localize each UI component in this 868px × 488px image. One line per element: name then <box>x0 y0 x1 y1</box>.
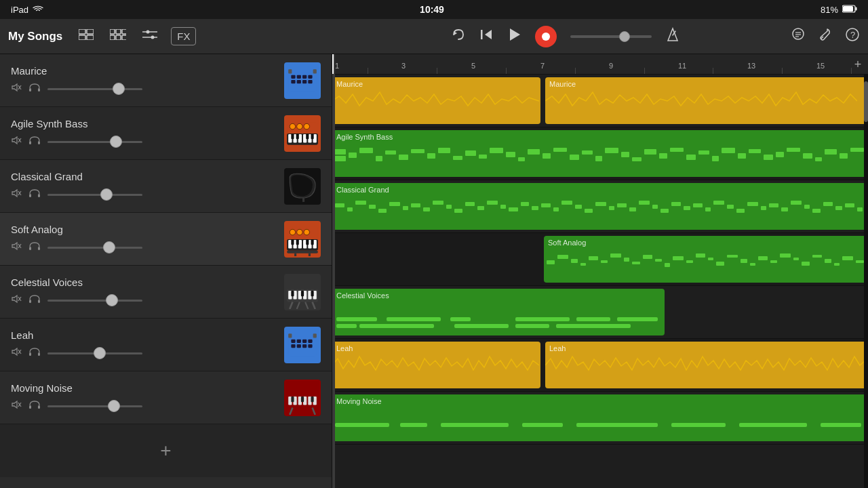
svg-rect-205 <box>575 205 582 209</box>
headphone-icon-moving-noise[interactable] <box>28 399 41 413</box>
volume-slider-classical[interactable] <box>47 194 142 196</box>
headphone-icon-soft-analog[interactable] <box>28 241 41 254</box>
clip-maurice-1[interactable]: Maurice <box>332 77 540 124</box>
grid-large-icon[interactable] <box>107 26 129 46</box>
volume-slider-soft-analog[interactable] <box>47 247 142 249</box>
tempo-slider[interactable] <box>570 35 652 38</box>
svg-rect-195 <box>465 202 475 206</box>
svg-rect-193 <box>446 205 452 209</box>
svg-rect-141 <box>334 149 346 155</box>
metronome-icon[interactable] <box>665 27 680 45</box>
volume-knob-leah[interactable] <box>94 347 106 359</box>
svg-rect-69 <box>302 197 304 201</box>
clip-leah-1[interactable]: Leah <box>332 342 540 388</box>
svg-rect-209 <box>617 203 627 207</box>
clip-celestial[interactable]: Celestial Voices <box>332 289 665 336</box>
clip-agile[interactable]: Agile Synth Bass <box>332 130 868 177</box>
clip-leah-2[interactable]: Leah <box>545 342 868 388</box>
svg-rect-163 <box>605 148 618 153</box>
svg-rect-274 <box>400 423 427 427</box>
volume-knob-celestial[interactable] <box>106 294 118 306</box>
sliders-icon[interactable] <box>140 26 160 46</box>
svg-rect-41 <box>297 79 301 83</box>
volume-slider-agile[interactable] <box>47 141 142 143</box>
volume-slider-leah[interactable] <box>47 352 142 354</box>
scrollbar-thumb[interactable] <box>864 81 868 122</box>
volume-knob-moving-noise[interactable] <box>108 400 120 412</box>
svg-rect-117 <box>302 339 307 342</box>
svg-rect-103 <box>291 290 294 296</box>
record-button[interactable] <box>535 26 557 47</box>
track-item-moving-noise: Moving Noise <box>0 371 332 424</box>
timeline-scrollbar[interactable] <box>864 75 868 488</box>
svg-rect-232 <box>547 260 555 264</box>
svg-rect-254 <box>780 253 791 258</box>
clip-moving-noise[interactable]: Moving Noise <box>332 394 868 441</box>
svg-rect-150 <box>438 148 450 153</box>
panel-resize-handle[interactable] <box>332 54 335 488</box>
clip-soft-analog[interactable]: Soft Analog <box>544 236 868 283</box>
clip-classical[interactable]: Classical Grand <box>332 183 868 230</box>
headphone-icon-leah[interactable] <box>28 346 41 360</box>
skip-back-button[interactable] <box>479 28 493 45</box>
headphone-icon-maurice[interactable] <box>28 82 41 96</box>
svg-rect-169 <box>686 155 696 160</box>
battery-icon <box>842 5 857 15</box>
svg-rect-142 <box>334 156 346 161</box>
wrench-icon[interactable] <box>818 27 833 45</box>
grid-small-icon[interactable] <box>76 26 96 46</box>
volume-knob-classical[interactable] <box>100 188 113 201</box>
add-track-button[interactable]: + <box>160 440 171 462</box>
headphone-icon-agile[interactable] <box>28 135 41 148</box>
svg-rect-251 <box>750 263 755 266</box>
svg-rect-210 <box>629 207 636 211</box>
svg-rect-43 <box>308 79 312 83</box>
svg-rect-246 <box>696 253 705 258</box>
track-info-soft-analog: Soft Analog <box>11 224 277 254</box>
svg-rect-167 <box>659 153 667 159</box>
track-name-leah: Leah <box>11 329 277 341</box>
help-icon[interactable]: ? <box>845 27 860 45</box>
mute-icon-celestial[interactable] <box>11 293 22 307</box>
toolbar-icons: FX <box>76 26 196 46</box>
tempo-knob[interactable] <box>619 31 630 42</box>
ruler-subtick <box>782 68 783 74</box>
svg-rect-238 <box>610 253 621 258</box>
svg-line-140 <box>313 407 315 414</box>
svg-point-14 <box>146 30 150 34</box>
volume-slider-moving-noise[interactable] <box>47 405 142 407</box>
mute-icon-classical[interactable] <box>11 188 22 201</box>
headphone-icon-classical[interactable] <box>28 188 41 201</box>
volume-knob-maurice[interactable] <box>113 83 125 95</box>
svg-rect-181 <box>840 153 848 159</box>
headphone-icon-celestial[interactable] <box>28 293 41 307</box>
volume-knob-agile[interactable] <box>110 136 122 148</box>
fx-button[interactable]: FX <box>171 27 196 45</box>
svg-rect-128 <box>38 405 40 409</box>
svg-rect-217 <box>705 207 711 211</box>
svg-rect-60 <box>311 134 314 139</box>
ruler-subtick <box>506 68 507 74</box>
volume-knob-soft-analog[interactable] <box>103 241 115 253</box>
play-button[interactable] <box>507 27 521 45</box>
svg-rect-198 <box>500 205 506 209</box>
svg-rect-257 <box>812 255 822 258</box>
volume-slider-celestial[interactable] <box>47 300 142 302</box>
svg-rect-213 <box>660 209 669 213</box>
mute-icon-maurice[interactable] <box>11 82 22 96</box>
speech-icon[interactable] <box>791 27 806 45</box>
svg-rect-199 <box>509 207 518 211</box>
clip-maurice-2[interactable]: Maurice <box>545 77 868 124</box>
svg-rect-49 <box>38 141 40 144</box>
mute-icon-moving-noise[interactable] <box>11 399 22 413</box>
mute-icon-soft-analog[interactable] <box>11 241 22 254</box>
tl-row-leah: Leah Leah <box>332 339 868 392</box>
ruler-tick-3: 3 <box>401 62 406 70</box>
volume-slider-maurice[interactable] <box>47 88 142 90</box>
mute-icon-leah[interactable] <box>11 346 22 360</box>
undo-button[interactable] <box>451 27 466 45</box>
svg-rect-237 <box>601 260 608 263</box>
mute-icon-agile[interactable] <box>11 135 22 148</box>
svg-rect-230 <box>845 203 854 207</box>
svg-rect-162 <box>595 156 602 161</box>
